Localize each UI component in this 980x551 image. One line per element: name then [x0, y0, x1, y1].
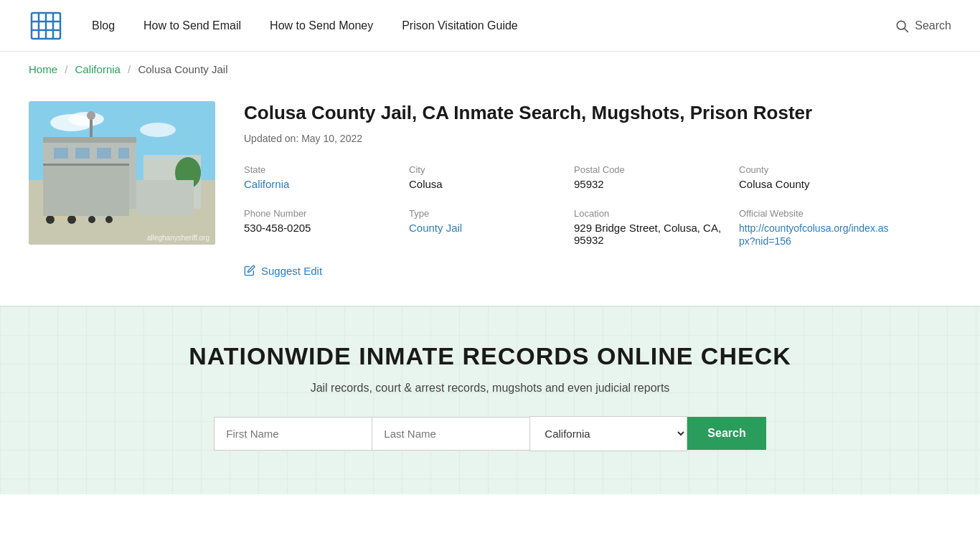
postal-value: 95932 [574, 178, 725, 190]
svg-point-22 [87, 111, 95, 120]
facility-title: Colusa County Jail, CA Inmate Search, Mu… [244, 101, 890, 126]
location-value: 929 Bridge Street, Colusa, CA, 95932 [574, 222, 725, 246]
svg-point-27 [88, 216, 95, 223]
svg-rect-16 [75, 148, 90, 159]
site-logo[interactable] [29, 9, 63, 43]
city-value: Colusa [409, 178, 560, 190]
info-county: County Colusa County [739, 164, 890, 191]
suggest-edit-label: Suggest Edit [261, 265, 322, 277]
facility-image: alleghanysheriff.org [29, 101, 215, 245]
svg-line-7 [905, 28, 908, 32]
search-icon [895, 19, 909, 33]
search-button[interactable]: Search [687, 417, 765, 450]
breadcrumb-california[interactable]: California [75, 63, 121, 75]
info-location: Location 929 Bridge Street, Colusa, CA, … [574, 208, 725, 248]
facility-info: Colusa County Jail, CA Inmate Search, Mu… [244, 101, 890, 277]
svg-rect-15 [54, 148, 68, 159]
svg-point-28 [105, 216, 113, 223]
svg-point-25 [67, 215, 76, 224]
website-label: Official Website [739, 208, 890, 219]
svg-rect-14 [43, 137, 136, 143]
facility-updated: Updated on: May 10, 2022 [244, 133, 890, 144]
image-watermark: alleghanysheriff.org [147, 234, 209, 242]
county-value: Colusa County [739, 178, 890, 190]
state-label: State [244, 164, 395, 175]
info-type: Type County Jail [409, 208, 560, 248]
info-postal: Postal Code 95932 [574, 164, 725, 191]
facility-details-grid: State California City Colusa Postal Code… [244, 164, 890, 248]
first-name-input[interactable] [214, 417, 372, 451]
state-value[interactable]: California [244, 178, 289, 190]
breadcrumb-home[interactable]: Home [29, 63, 57, 75]
svg-point-11 [140, 123, 176, 137]
svg-point-10 [68, 112, 104, 126]
main-nav: Blog How to Send Email How to Send Money… [92, 19, 895, 32]
svg-rect-18 [118, 148, 129, 159]
banner-section: NATIONWIDE INMATE RECORDS ONLINE CHECK J… [0, 306, 980, 494]
banner-subtitle: Jail records, court & arrest records, mu… [29, 382, 951, 395]
banner-title: NATIONWIDE INMATE RECORDS ONLINE CHECK [29, 342, 951, 370]
location-label: Location [574, 208, 725, 219]
info-city: City Colusa [409, 164, 560, 191]
svg-rect-19 [75, 187, 93, 209]
breadcrumb: Home / California / Colusa County Jail [0, 52, 980, 87]
breadcrumb-sep-1: / [65, 63, 67, 75]
breadcrumb-sep-2: / [128, 63, 131, 75]
last-name-input[interactable] [372, 417, 529, 451]
nav-send-email[interactable]: How to Send Email [143, 19, 241, 32]
nav-send-money[interactable]: How to Send Money [270, 19, 373, 32]
inmate-search-form: AlabamaAlaskaArizonaArkansasCaliforniaCo… [203, 416, 777, 451]
info-website: Official Website http://countyofcolusa.o… [739, 208, 890, 248]
svg-rect-29 [187, 180, 190, 209]
type-value[interactable]: County Jail [409, 222, 462, 234]
city-label: City [409, 164, 560, 175]
svg-rect-17 [97, 148, 111, 159]
phone-label: Phone Number [244, 208, 395, 219]
state-select[interactable]: AlabamaAlaskaArizonaArkansasCaliforniaCo… [529, 416, 687, 451]
nav-blog[interactable]: Blog [92, 19, 115, 32]
website-value[interactable]: http://countyofcolusa.org/index.aspx?nid… [739, 222, 889, 247]
header: Blog How to Send Email How to Send Money… [0, 0, 980, 52]
header-search[interactable]: Search [895, 19, 951, 33]
svg-point-24 [46, 215, 55, 224]
phone-value: 530-458-0205 [244, 222, 395, 234]
main-content: alleghanysheriff.org Colusa County Jail,… [0, 87, 918, 306]
type-label: Type [409, 208, 560, 219]
pencil-icon [244, 265, 255, 276]
info-state: State California [244, 164, 395, 191]
svg-point-30 [175, 157, 201, 189]
info-phone: Phone Number 530-458-0205 [244, 208, 395, 248]
nav-prison-visitation[interactable]: Prison Visitation Guide [402, 19, 518, 32]
county-label: County [739, 164, 890, 175]
breadcrumb-current: Colusa County Jail [138, 63, 227, 75]
header-search-label: Search [915, 19, 951, 32]
postal-label: Postal Code [574, 164, 725, 175]
suggest-edit-link[interactable]: Suggest Edit [244, 265, 890, 277]
